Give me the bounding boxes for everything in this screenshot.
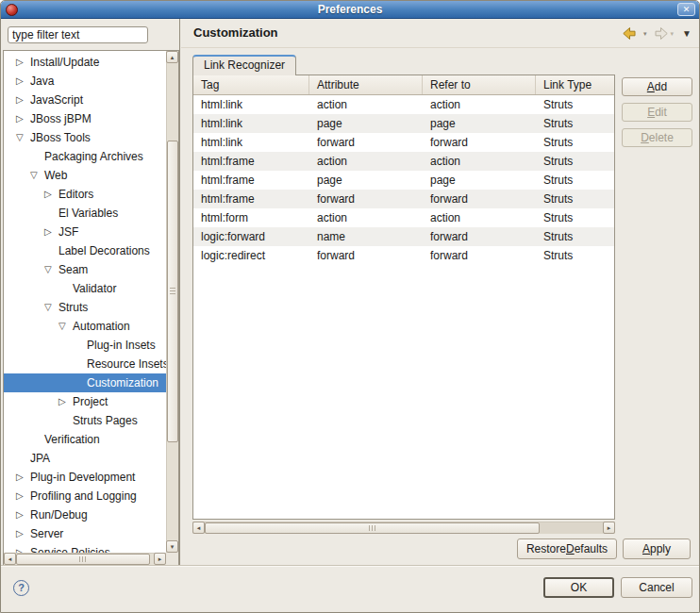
tree-item-label: Plug-in Insets bbox=[87, 336, 156, 355]
tree-item-label-decorations[interactable]: Label Decorations bbox=[4, 241, 166, 260]
scroll-down-icon[interactable]: ▾ bbox=[166, 540, 178, 553]
tree-item-service-policies[interactable]: ▷Service Policies bbox=[4, 543, 166, 553]
tree-item-web[interactable]: ▽Web bbox=[4, 166, 166, 185]
scroll-right-icon[interactable]: ▸ bbox=[154, 553, 166, 565]
tree-item-run-debug[interactable]: ▷Run/Debug bbox=[4, 505, 166, 524]
close-icon[interactable]: ✕ bbox=[677, 3, 695, 16]
expander-open-icon[interactable]: ▽ bbox=[44, 260, 58, 279]
button-label: A bbox=[642, 542, 650, 555]
table-row[interactable]: html:linkactionactionStruts bbox=[193, 95, 614, 114]
tree-vertical-scrollbar[interactable]: ▴ ▾ bbox=[166, 51, 178, 553]
expander-closed-icon[interactable]: ▷ bbox=[16, 72, 30, 91]
tree-item-jpa[interactable]: JPA bbox=[4, 449, 166, 468]
cancel-button[interactable]: Cancel bbox=[621, 577, 692, 598]
view-menu-icon[interactable]: ▼ bbox=[682, 28, 692, 39]
tree-item-automation[interactable]: ▽Automation bbox=[4, 317, 166, 336]
tree-item-seam[interactable]: ▽Seam bbox=[4, 260, 166, 279]
expander-closed-icon[interactable]: ▷ bbox=[16, 487, 30, 505]
expander-closed-icon[interactable]: ▷ bbox=[16, 109, 30, 128]
scroll-up-icon[interactable]: ▴ bbox=[166, 51, 178, 63]
table-row[interactable]: html:frameforwardforwardStruts bbox=[193, 190, 614, 208]
back-arrow-icon[interactable] bbox=[623, 27, 641, 40]
table-row[interactable]: logic:forwardnameforwardStruts bbox=[193, 227, 614, 246]
tree-item-jboss-jbpm[interactable]: ▷JBoss jBPM bbox=[4, 109, 166, 128]
table-horizontal-scrollbar[interactable]: ◂ ▸ bbox=[192, 522, 615, 534]
expander-closed-icon[interactable]: ▷ bbox=[16, 505, 30, 524]
help-icon[interactable]: ? bbox=[13, 580, 29, 596]
column-header-attribute[interactable]: Attribute bbox=[309, 75, 423, 94]
tree-item-label: JBoss Tools bbox=[30, 128, 91, 147]
table-row[interactable]: logic:redirectforwardforwardStruts bbox=[193, 246, 614, 265]
forward-dropdown-icon[interactable]: ▾ bbox=[671, 30, 675, 38]
tree-item-profiling-and-logging[interactable]: ▷Profiling and Logging bbox=[4, 487, 166, 505]
tree-item-el-variables[interactable]: El Variables bbox=[4, 204, 166, 223]
apply-button[interactable]: Apply bbox=[623, 538, 691, 559]
column-header-refer-to[interactable]: Refer to bbox=[423, 75, 536, 94]
table-hscroll-thumb[interactable] bbox=[205, 522, 540, 534]
tree-vscroll-thumb[interactable] bbox=[167, 141, 178, 442]
preferences-tree: ▷Install/Update▷Java▷JavaScript▷JBoss jB… bbox=[3, 50, 179, 566]
tree-horizontal-scrollbar[interactable]: ◂ ▸ bbox=[4, 553, 166, 565]
table-cell: html:link bbox=[193, 114, 309, 133]
table-row[interactable]: html:frameactionactionStruts bbox=[193, 152, 614, 171]
tree-item-jsf[interactable]: ▷JSF bbox=[4, 223, 166, 241]
tree-item-label: JSF bbox=[58, 223, 78, 241]
scroll-right-icon[interactable]: ▸ bbox=[603, 522, 615, 534]
tree-item-validator[interactable]: Validator bbox=[4, 279, 166, 298]
tree-item-packaging-archives[interactable]: Packaging Archives bbox=[4, 147, 166, 166]
tab-link-recognizer[interactable]: Link Recognizer bbox=[192, 55, 296, 75]
expander-open-icon[interactable]: ▽ bbox=[30, 166, 44, 185]
expander-closed-icon[interactable]: ▷ bbox=[16, 91, 30, 109]
add-button[interactable]: Add bbox=[622, 77, 692, 96]
forward-arrow-icon[interactable] bbox=[650, 27, 668, 40]
table-cell: page bbox=[423, 114, 536, 133]
table-row[interactable]: html:linkforwardforwardStruts bbox=[193, 133, 614, 152]
table-cell: forward bbox=[309, 190, 423, 208]
tree-item-label: JavaScript bbox=[30, 91, 83, 109]
expander-closed-icon[interactable]: ▷ bbox=[16, 53, 30, 72]
table-row[interactable]: html:framepagepageStruts bbox=[193, 171, 614, 190]
restore-defaults-button[interactable]: Restore Defaults bbox=[517, 538, 617, 559]
tree-hscroll-thumb[interactable] bbox=[16, 554, 150, 565]
expander-closed-icon[interactable]: ▷ bbox=[16, 524, 30, 543]
expander-open-icon[interactable]: ▽ bbox=[44, 298, 58, 317]
scroll-left-icon[interactable]: ◂ bbox=[192, 522, 205, 534]
tree-item-customization[interactable]: Customization bbox=[4, 373, 166, 392]
tree-item-install-update[interactable]: ▷Install/Update bbox=[4, 53, 166, 72]
edit-button[interactable]: Edit bbox=[622, 103, 692, 122]
expander-closed-icon[interactable]: ▷ bbox=[44, 223, 58, 241]
tree-item-plug-in-insets[interactable]: Plug-in Insets bbox=[4, 336, 166, 355]
delete-button[interactable]: Delete bbox=[622, 128, 692, 147]
table-row[interactable]: html:formactionactionStruts bbox=[193, 208, 614, 227]
expander-open-icon[interactable]: ▽ bbox=[16, 128, 30, 147]
table-cell: action bbox=[423, 152, 536, 171]
expander-closed-icon[interactable]: ▷ bbox=[44, 185, 58, 204]
tree-item-struts[interactable]: ▽Struts bbox=[4, 298, 166, 317]
column-header-link-type[interactable]: Link Type bbox=[536, 75, 614, 94]
column-header-tag[interactable]: Tag bbox=[193, 75, 309, 94]
back-dropdown-icon[interactable]: ▾ bbox=[643, 30, 647, 38]
tree-item-project[interactable]: ▷Project bbox=[4, 392, 166, 411]
expander-closed-icon[interactable]: ▷ bbox=[16, 543, 30, 553]
table-row[interactable]: html:linkpagepageStruts bbox=[193, 114, 614, 133]
titlebar[interactable]: Preferences ✕ bbox=[1, 1, 699, 19]
tree-item-java[interactable]: ▷Java bbox=[4, 72, 166, 91]
tree-item-editors[interactable]: ▷Editors bbox=[4, 185, 166, 204]
tree-item-plug-in-development[interactable]: ▷Plug-in Development bbox=[4, 468, 166, 487]
tree-item-verification[interactable]: Verification bbox=[4, 430, 166, 449]
tree-item-resource-insets[interactable]: Resource Insets bbox=[4, 355, 166, 373]
window-title: Preferences bbox=[1, 1, 699, 19]
scroll-left-icon[interactable]: ◂ bbox=[4, 553, 16, 565]
expander-open-icon[interactable]: ▽ bbox=[58, 317, 73, 336]
tree-item-struts-pages[interactable]: Struts Pages bbox=[4, 411, 166, 430]
filter-input[interactable] bbox=[8, 26, 148, 43]
expander-closed-icon[interactable]: ▷ bbox=[16, 468, 30, 487]
tree-item-server[interactable]: ▷Server bbox=[4, 524, 166, 543]
table-cell: forward bbox=[423, 190, 536, 208]
table-cell: html:link bbox=[193, 95, 309, 114]
tree-item-javascript[interactable]: ▷JavaScript bbox=[4, 91, 166, 109]
button-label: dd bbox=[655, 80, 667, 93]
tree-item-jboss-tools[interactable]: ▽JBoss Tools bbox=[4, 128, 166, 147]
expander-closed-icon[interactable]: ▷ bbox=[58, 392, 73, 411]
ok-button[interactable]: OK bbox=[543, 577, 614, 598]
